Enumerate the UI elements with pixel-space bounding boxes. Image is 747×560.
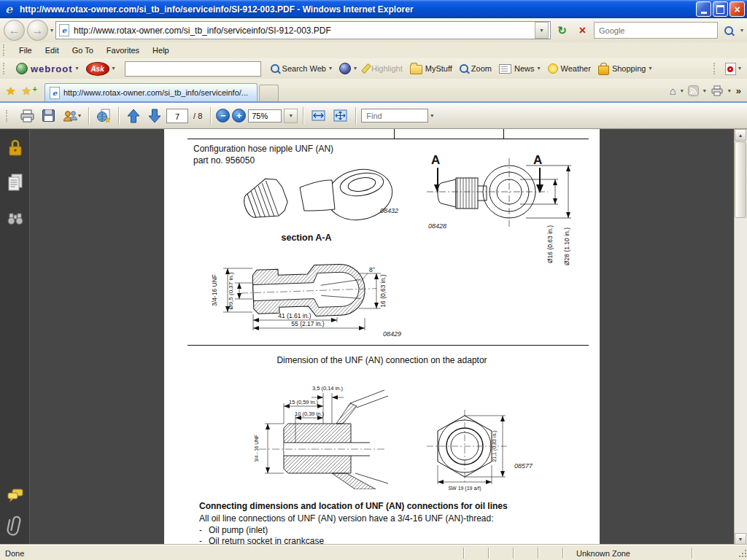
new-tab-stub[interactable] (259, 85, 279, 101)
highlighter-pen-icon (361, 63, 371, 74)
save-floppy-icon (42, 109, 55, 122)
toolbar-grip[interactable] (3, 63, 8, 74)
toolbar-grip[interactable] (713, 63, 719, 74)
url-dropdown-button[interactable]: ▾ (535, 22, 549, 39)
highlight-button[interactable]: Highlight (360, 61, 406, 76)
figure-hex-nut: 21,1 (0,83 in.) SW 19 (19 a/f) 08577 (421, 408, 545, 494)
chevron-down-icon[interactable]: ▾ (738, 66, 741, 71)
chevron-down-icon[interactable]: ▾ (681, 88, 684, 94)
add-favorite-icon[interactable]: ★+ (18, 85, 38, 101)
previous-page-button[interactable] (124, 107, 143, 125)
maximize-icon (716, 5, 724, 14)
favorites-star-icon[interactable]: ★ (0, 85, 18, 101)
pdf-create-online-button[interactable] (94, 107, 113, 124)
minimize-button[interactable] (696, 1, 711, 17)
zoom-magnifier-icon (460, 64, 468, 73)
status-cell (538, 548, 562, 559)
fit-page-button[interactable] (330, 107, 350, 124)
menu-favorites[interactable]: Favorites (100, 44, 146, 56)
page-number-input[interactable] (167, 110, 187, 123)
table-border-tick (394, 129, 395, 139)
bottom-text: All oil line connections of UNF (AN) ver… (199, 513, 494, 524)
printer-icon (20, 109, 35, 122)
find-input[interactable] (365, 111, 471, 121)
pages-panel-icon[interactable] (7, 173, 24, 192)
dimension-label: Ø9,5 (0,37 in.) (228, 272, 234, 309)
mystuff-button[interactable]: MyStuff (406, 61, 456, 77)
vertical-scrollbar[interactable]: ▲ ▼ (734, 129, 747, 545)
next-page-button[interactable] (145, 107, 164, 125)
tab-active[interactable]: e http://www.rotax-owner.com/si_tb_info/… (44, 83, 258, 101)
search-input[interactable] (597, 26, 714, 36)
status-cell (513, 548, 538, 559)
search-options-dropdown[interactable]: ▾ (740, 28, 743, 34)
webroot-button[interactable]: webroot ▾ (12, 61, 82, 77)
resize-grip[interactable] (738, 548, 747, 558)
history-dropdown[interactable]: ▾ (50, 28, 53, 34)
dimension-label: SW 19 (19 a/f) (448, 486, 481, 491)
scroll-up-button[interactable]: ▲ (735, 129, 746, 141)
menu-goto[interactable]: Go To (66, 44, 100, 56)
chevron-down-icon: ▾ (354, 66, 357, 71)
attachments-paperclip-icon[interactable] (7, 514, 24, 536)
status-cell (463, 548, 488, 559)
zoom-in-button[interactable]: + (232, 109, 246, 122)
pdf-print-button[interactable] (18, 108, 37, 124)
refresh-button[interactable]: ↻ (553, 21, 571, 39)
comments-panel-icon[interactable] (7, 488, 24, 504)
globe-icon (339, 63, 351, 74)
zoom-button[interactable]: Zoom (456, 62, 495, 75)
fit-width-button[interactable] (309, 108, 328, 123)
security-lock-icon[interactable] (7, 139, 24, 158)
acrobat-icon[interactable] (725, 63, 736, 75)
tab-bar: ★ ★+ e http://www.rotax-owner.com/si_tb_… (0, 79, 747, 103)
back-button[interactable]: ← (4, 20, 25, 41)
menu-edit[interactable]: Edit (39, 44, 66, 56)
toolbar-separator (303, 107, 303, 125)
forward-button[interactable]: → (27, 20, 48, 41)
toolbar-search-box (125, 61, 261, 77)
find-dropdown[interactable]: ▾ (430, 113, 433, 119)
menu-file[interactable]: File (12, 44, 39, 56)
chevron-down-icon[interactable]: ▾ (703, 88, 706, 94)
zoom-level-box[interactable]: 75% (248, 109, 282, 122)
browser-window: e http://www.rotax-owner.com/si_tb_info/… (0, 0, 747, 560)
binoculars-search-icon[interactable] (7, 209, 24, 227)
menu-help[interactable]: Help (146, 44, 176, 56)
pdf-save-button[interactable] (39, 107, 58, 124)
pdf-collaborate-button[interactable]: ▾ (60, 108, 83, 124)
stop-button[interactable]: × (573, 21, 592, 39)
more-toolbar-chevron[interactable]: » (736, 85, 741, 96)
search-go-button[interactable] (720, 21, 738, 39)
toolbar-search-input[interactable] (125, 62, 260, 76)
rss-feed-button[interactable] (686, 84, 701, 98)
shopping-button[interactable]: Shopping ▾ (595, 61, 656, 77)
news-button[interactable]: News ▾ (495, 62, 544, 76)
maximize-button[interactable] (713, 1, 728, 17)
print-button[interactable] (708, 84, 726, 98)
toolbar-grip[interactable] (3, 44, 8, 56)
dimension-label: 8° (369, 266, 375, 273)
toolbar-grip[interactable] (6, 110, 11, 122)
search-web-button[interactable]: Search Web ▾ (267, 62, 336, 75)
ask-logo-icon: Ask (86, 62, 109, 76)
url-input[interactable] (72, 25, 532, 36)
addon-toolbar: webroot ▾ Ask ▾ Search Web ▾ ▾ Highlight… (0, 58, 747, 79)
tab-favicon: e (50, 87, 60, 99)
section-label-a: A (431, 153, 440, 167)
close-button[interactable]: × (729, 1, 745, 17)
weather-button[interactable]: Weather (544, 61, 595, 76)
scrollbar-thumb[interactable] (735, 141, 746, 218)
home-button[interactable]: ⌂ (667, 83, 678, 98)
chevron-down-icon[interactable]: ▾ (728, 88, 731, 94)
zoom-dropdown-button[interactable]: ▾ (284, 109, 298, 123)
toolbar-globe-button[interactable]: ▾ (336, 61, 360, 77)
rss-icon (688, 85, 699, 96)
minimize-icon (701, 12, 707, 14)
zoom-out-button[interactable]: − (216, 109, 230, 122)
scroll-down-button[interactable]: ▼ (735, 533, 746, 545)
dimension-label: 10 (0,39 in.) (295, 411, 325, 417)
shopping-bag-icon (598, 66, 609, 75)
ask-button[interactable]: Ask ▾ (82, 60, 119, 78)
table-border-line (187, 139, 589, 139)
